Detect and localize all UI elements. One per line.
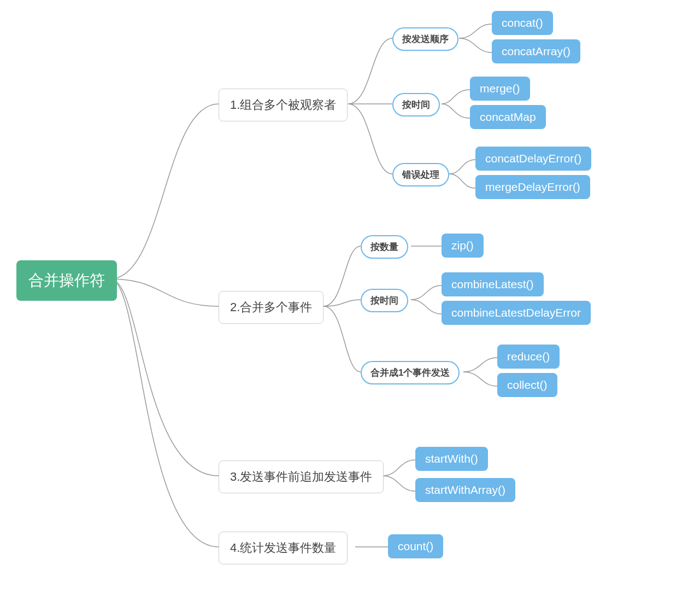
leaf-startWithArray[interactable]: startWithArray() xyxy=(415,478,515,502)
leaf-collect[interactable]: collect() xyxy=(497,373,557,397)
branch-2-child-2-label: 按时间 xyxy=(370,294,398,307)
branch-1-child-3-label: 错误处理 xyxy=(402,168,439,181)
branch-2[interactable]: 2.合并多个事件 xyxy=(219,291,323,324)
branch-1-child-3[interactable]: 错误处理 xyxy=(392,163,449,186)
leaf-concatMap[interactable]: concatMap xyxy=(470,105,546,129)
branch-4[interactable]: 4.统计发送事件数量 xyxy=(219,532,348,564)
leaf-mergeDelayError[interactable]: mergeDelayError() xyxy=(475,175,590,199)
branch-1[interactable]: 1.组合多个被观察者 xyxy=(219,89,348,121)
branch-1-child-1-label: 按发送顺序 xyxy=(402,33,449,45)
branch-2-child-3[interactable]: 合并成1个事件发送 xyxy=(361,361,460,384)
root-node[interactable]: 合并操作符 xyxy=(16,260,117,301)
branch-1-label: 1.组合多个被观察者 xyxy=(230,97,336,113)
branch-1-child-2[interactable]: 按时间 xyxy=(392,93,440,116)
branch-3-label: 3.发送事件前追加发送事件 xyxy=(230,469,372,485)
leaf-combineLatest[interactable]: combineLatest() xyxy=(442,272,544,296)
branch-2-label: 2.合并多个事件 xyxy=(230,299,312,316)
branch-2-child-2[interactable]: 按时间 xyxy=(361,289,408,312)
leaf-startWith[interactable]: startWith() xyxy=(415,447,488,471)
branch-1-child-2-label: 按时间 xyxy=(402,98,430,111)
leaf-count[interactable]: count() xyxy=(388,534,443,558)
root-label: 合并操作符 xyxy=(28,270,105,291)
leaf-reduce[interactable]: reduce() xyxy=(497,345,560,369)
branch-3[interactable]: 3.发送事件前追加发送事件 xyxy=(219,460,384,493)
leaf-combineLatestDelayError[interactable]: combineLatestDelayError xyxy=(442,301,591,325)
branch-2-child-1[interactable]: 按数量 xyxy=(361,235,408,259)
branch-1-child-1[interactable]: 按发送顺序 xyxy=(392,27,458,51)
leaf-concatArray[interactable]: concatArray() xyxy=(492,39,580,63)
branch-2-child-3-label: 合并成1个事件发送 xyxy=(370,366,450,379)
branch-2-child-1-label: 按数量 xyxy=(370,241,398,253)
branch-4-label: 4.统计发送事件数量 xyxy=(230,540,336,556)
leaf-zip[interactable]: zip() xyxy=(442,234,484,258)
leaf-concat[interactable]: concat() xyxy=(492,11,553,35)
leaf-merge[interactable]: merge() xyxy=(470,77,530,101)
mindmap-stage: 合并操作符 1.组合多个被观察者 按发送顺序 concat() concatAr… xyxy=(0,0,700,589)
leaf-concatDelayError[interactable]: concatDelayError() xyxy=(475,147,591,171)
